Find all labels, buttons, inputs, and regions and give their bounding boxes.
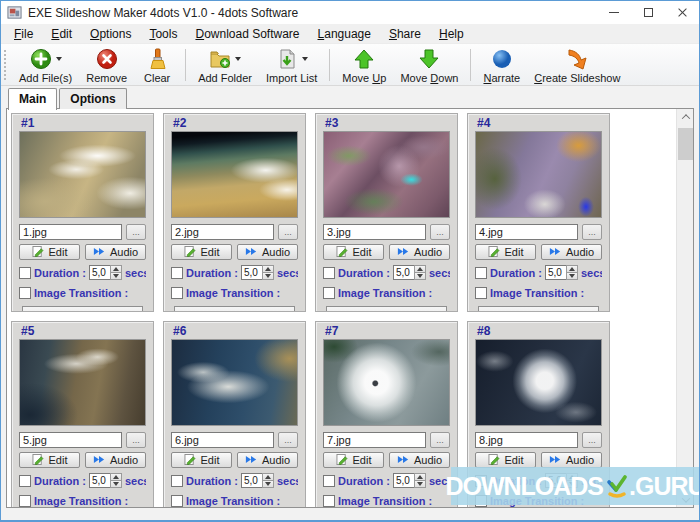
duration-increment-button[interactable]	[110, 473, 122, 481]
duration-increment-button[interactable]	[262, 473, 274, 481]
duration-decrement-button[interactable]	[110, 481, 122, 488]
filename-field[interactable]: 4.jpg	[475, 224, 578, 240]
duration-increment-button[interactable]	[110, 265, 122, 273]
toolbar-button-add-file-s[interactable]: Add File(s)	[12, 46, 79, 84]
edit-button[interactable]: Edit	[171, 244, 232, 260]
edit-button[interactable]: Edit	[19, 452, 80, 468]
transition-checkbox[interactable]	[171, 287, 183, 299]
duration-checkbox[interactable]	[323, 267, 335, 279]
browse-button[interactable]: ...	[582, 224, 602, 240]
vertical-scrollbar[interactable]	[676, 109, 693, 507]
transition-checkbox[interactable]	[19, 287, 31, 299]
browse-button[interactable]: ...	[430, 224, 450, 240]
filename-field[interactable]: 8.jpg	[475, 432, 578, 448]
menu-item-download-software[interactable]: Download Software	[186, 25, 308, 43]
toolbar-button-move-down[interactable]: Move Down	[393, 46, 465, 84]
edit-button[interactable]: Edit	[323, 244, 384, 260]
transition-select[interactable]	[478, 306, 599, 312]
duration-checkbox[interactable]	[475, 267, 487, 279]
duration-decrement-button[interactable]	[262, 273, 274, 280]
menu-item-share[interactable]: Share	[380, 25, 430, 43]
transition-checkbox[interactable]	[323, 495, 335, 507]
tab-main[interactable]: Main	[8, 88, 57, 110]
transition-checkbox[interactable]	[19, 495, 31, 507]
filename-field[interactable]: 3.jpg	[323, 224, 426, 240]
minimize-button[interactable]	[597, 1, 631, 24]
audio-button[interactable]: Audio	[237, 244, 298, 260]
filename-field[interactable]: 6.jpg	[171, 432, 274, 448]
toolbar-button-create-slideshow[interactable]: Create Slideshow	[527, 46, 627, 84]
edit-button[interactable]: Edit	[323, 452, 384, 468]
transition-select[interactable]	[326, 306, 447, 312]
duration-decrement-button[interactable]	[566, 273, 578, 280]
toolbar-button-import-list[interactable]: Import List	[259, 46, 324, 84]
filename-field[interactable]: 5.jpg	[19, 432, 122, 448]
duration-checkbox[interactable]	[171, 267, 183, 279]
scrollbar-thumb[interactable]	[678, 128, 693, 160]
duration-input[interactable]: 5,0	[89, 265, 110, 280]
toolbar-button-remove[interactable]: Remove	[79, 46, 134, 84]
transition-select[interactable]	[22, 306, 143, 312]
menu-item-file[interactable]: File	[5, 25, 42, 43]
dropdown-arrow-icon[interactable]	[302, 57, 308, 61]
edit-button[interactable]: Edit	[475, 244, 536, 260]
close-button[interactable]	[665, 1, 699, 24]
duration-decrement-button[interactable]	[262, 481, 274, 488]
duration-increment-button[interactable]	[414, 265, 426, 273]
filename-field[interactable]: 2.jpg	[171, 224, 274, 240]
duration-increment-button[interactable]	[566, 265, 578, 273]
menu-item-help[interactable]: Help	[430, 25, 473, 43]
edit-button[interactable]: Edit	[19, 244, 80, 260]
filename-field[interactable]: 7.jpg	[323, 432, 426, 448]
duration-input[interactable]: 5,0	[393, 473, 414, 488]
transition-checkbox[interactable]	[171, 495, 183, 507]
maximize-button[interactable]	[631, 1, 665, 24]
menu-item-edit[interactable]: Edit	[42, 25, 81, 43]
duration-increment-button[interactable]	[414, 473, 426, 481]
tab-options[interactable]: Options	[59, 88, 126, 109]
audio-button[interactable]: Audio	[389, 244, 450, 260]
transition-checkbox[interactable]	[323, 287, 335, 299]
duration-input[interactable]: 5,0	[393, 265, 414, 280]
duration-decrement-button[interactable]	[110, 273, 122, 280]
edit-button[interactable]: Edit	[171, 452, 232, 468]
toolbar-button-move-up[interactable]: Move Up	[335, 46, 393, 84]
edit-button[interactable]: Edit	[475, 452, 536, 468]
audio-button[interactable]: Audio	[85, 452, 146, 468]
browse-button[interactable]: ...	[278, 224, 298, 240]
browse-button[interactable]: ...	[278, 432, 298, 448]
toolbar-button-clear[interactable]: Clear	[134, 46, 180, 84]
arrow-up-icon	[353, 48, 375, 70]
filename-field[interactable]: 1.jpg	[19, 224, 122, 240]
audio-button[interactable]: Audio	[85, 244, 146, 260]
toolbar-button-add-folder[interactable]: Add Folder	[191, 46, 259, 84]
menu-item-options[interactable]: Options	[81, 25, 140, 43]
scroll-up-button[interactable]	[677, 109, 694, 124]
browse-button[interactable]: ...	[582, 432, 602, 448]
duration-checkbox[interactable]	[19, 475, 31, 487]
browse-button[interactable]: ...	[126, 432, 146, 448]
duration-decrement-button[interactable]	[414, 273, 426, 280]
duration-checkbox[interactable]	[19, 267, 31, 279]
duration-input[interactable]: 5,0	[545, 265, 566, 280]
duration-checkbox[interactable]	[323, 475, 335, 487]
menu-item-tools[interactable]: Tools	[140, 25, 186, 43]
duration-checkbox[interactable]	[171, 475, 183, 487]
dropdown-arrow-icon[interactable]	[235, 57, 241, 61]
audio-button[interactable]: Audio	[237, 452, 298, 468]
duration-decrement-button[interactable]	[414, 481, 426, 488]
duration-input[interactable]: 5,0	[241, 265, 262, 280]
audio-button[interactable]: Audio	[389, 452, 450, 468]
audio-button[interactable]: Audio	[541, 452, 602, 468]
transition-checkbox[interactable]	[475, 287, 487, 299]
audio-button[interactable]: Audio	[541, 244, 602, 260]
browse-button[interactable]: ...	[126, 224, 146, 240]
browse-button[interactable]: ...	[430, 432, 450, 448]
transition-select[interactable]	[174, 306, 295, 312]
dropdown-arrow-icon[interactable]	[56, 57, 62, 61]
menu-item-language[interactable]: Language	[309, 25, 380, 43]
duration-input[interactable]: 5,0	[89, 473, 110, 488]
toolbar-button-narrate[interactable]: Narrate	[476, 46, 527, 84]
duration-input[interactable]: 5,0	[241, 473, 262, 488]
duration-increment-button[interactable]	[262, 265, 274, 273]
